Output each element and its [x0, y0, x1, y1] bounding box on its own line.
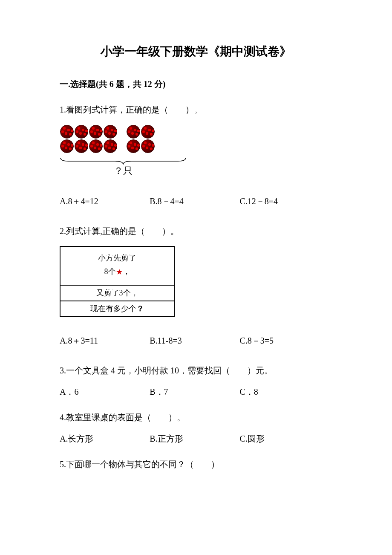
ladybug-icon	[60, 139, 74, 153]
ladybug-icon	[127, 139, 140, 153]
q2-text: 2.列式计算,正确的是（ ）。	[60, 225, 332, 237]
star-icon: ★	[116, 265, 123, 279]
q4-text: 4.教室里课桌的表面是（ ）。	[60, 411, 332, 424]
q3-option-b[interactable]: B．7	[150, 385, 239, 398]
ladybug-icon	[60, 125, 74, 139]
q2-option-c[interactable]: C.8－3=5	[239, 334, 329, 347]
q1-options: A.8＋4=12 B.8－4=4 C.12－8=4	[60, 195, 332, 208]
q2-options: A.8＋3=11 B.11-8=3 C.8－3=5	[60, 334, 332, 347]
question-4: 4.教室里课桌的表面是（ ）。 A.长方形 B.正方形 C.圆形	[60, 411, 332, 445]
q4-options: A.长方形 B.正方形 C.圆形	[60, 432, 332, 445]
q3-option-a[interactable]: A．6	[60, 385, 150, 398]
doc-title: 小学一年级下册数学《期中测试卷》	[60, 43, 332, 61]
q2-option-b[interactable]: B.11-8=3	[150, 334, 239, 347]
ladybug-icon	[141, 125, 155, 139]
q2-box-mid: 又剪了3个，	[61, 286, 174, 301]
question-5: 5.下面哪一个物体与其它的不同？（ ）	[60, 458, 332, 471]
ladybug-icon	[89, 125, 103, 139]
q5-text: 5.下面哪一个物体与其它的不同？（ ）	[60, 458, 332, 471]
q3-options: A．6 B．7 C．8	[60, 385, 332, 398]
q3-option-c[interactable]: C．8	[239, 385, 329, 398]
q2-figure: 小方先剪了 8个★， 又剪了3个， 现在有多少个？	[60, 246, 332, 317]
q1-option-b[interactable]: B.8－4=4	[150, 195, 239, 208]
q2-box-top-line1: 小方先剪了	[64, 251, 170, 265]
q2-box-top: 小方先剪了 8个★，	[61, 247, 174, 286]
q4-option-a[interactable]: A.长方形	[60, 432, 150, 445]
q1-figure: ？只	[60, 124, 332, 178]
brace-icon	[60, 155, 187, 164]
q3-text: 3.一个文具盒 4 元，小明付款 10，需要找回（ ）元。	[60, 364, 332, 377]
q1-qmark: ？只	[60, 164, 187, 178]
ladybug-icon	[75, 125, 88, 139]
question-1: 1.看图列式计算，正确的是（ ）。	[60, 103, 332, 208]
ladybug-icon	[141, 139, 155, 153]
question-3: 3.一个文具盒 4 元，小明付款 10，需要找回（ ）元。 A．6 B．7 C．…	[60, 364, 332, 398]
ladybug-icon	[75, 139, 88, 153]
q4-option-b[interactable]: B.正方形	[150, 432, 239, 445]
ladybug-icon	[127, 125, 140, 139]
ladybug-row-1	[60, 124, 192, 139]
ladybug-row-2	[60, 139, 192, 153]
q1-text: 1.看图列式计算，正确的是（ ）。	[60, 103, 332, 116]
ladybug-icon	[104, 125, 117, 139]
ladybug-icon	[104, 139, 117, 153]
q1-option-a[interactable]: A.8＋4=12	[60, 195, 150, 208]
ladybug-icon	[89, 139, 103, 153]
question-2: 2.列式计算,正确的是（ ）。 小方先剪了 8个★， 又剪了3个， 现在有多少个…	[60, 225, 332, 347]
q2-option-a[interactable]: A.8＋3=11	[60, 334, 150, 347]
q2-box-bot: 现在有多少个？	[61, 301, 174, 316]
q4-option-c[interactable]: C.圆形	[239, 432, 329, 445]
q2-box-top-line2: 8个★，	[64, 265, 170, 278]
q1-option-c[interactable]: C.12－8=4	[239, 195, 329, 208]
section-header: 一.选择题(共 6 题，共 12 分)	[60, 78, 332, 90]
